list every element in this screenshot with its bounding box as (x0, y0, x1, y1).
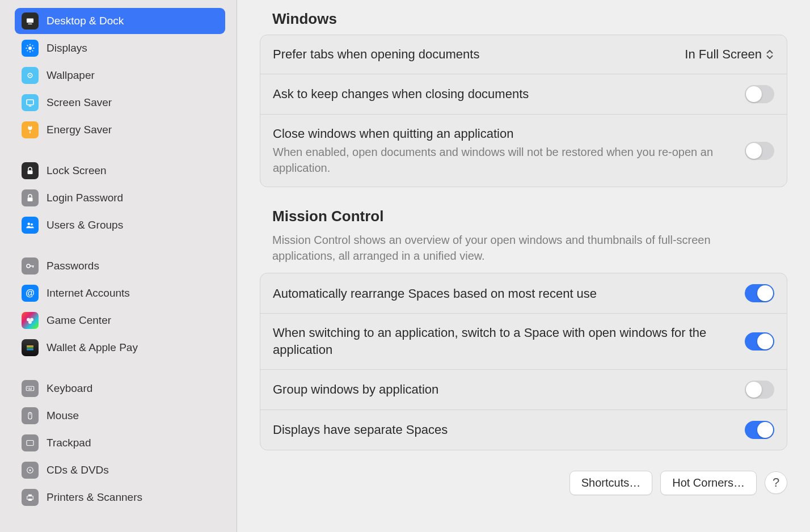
svg-rect-41 (28, 499, 32, 501)
row-switch-to-space: When switching to an application, switch… (260, 314, 787, 369)
svg-line-10 (32, 45, 33, 47)
sidebar-item-printers-scanners[interactable]: Printers & Scanners (15, 484, 225, 510)
trackpad-icon (22, 434, 39, 451)
sidebar-item-label: Lock Screen (47, 164, 107, 177)
svg-rect-36 (27, 441, 33, 446)
mouse-icon (22, 407, 39, 424)
row-label: Automatically rearrange Spaces based on … (273, 285, 733, 302)
sidebar-item-label: Login Password (47, 192, 123, 204)
sidebar-item-screen-saver[interactable]: Screen Saver (15, 90, 225, 116)
sidebar-item-desktop-dock[interactable]: Desktop & Dock (15, 8, 225, 34)
sidebar-item-internet-accounts[interactable]: @ Internet Accounts (15, 280, 225, 306)
sidebar-item-wallpaper[interactable]: Wallpaper (15, 62, 225, 88)
popup-value: In Full Screen (685, 47, 762, 62)
sidebar-item-label: Keyboard (47, 382, 92, 395)
svg-rect-27 (27, 347, 33, 348)
shortcuts-button[interactable]: Shortcuts… (569, 471, 652, 495)
svg-rect-14 (29, 105, 32, 107)
lock-screen-icon (22, 162, 39, 179)
section-desc-mission-control: Mission Control shows an overview of you… (272, 232, 737, 264)
sidebar: Desktop & Dock Displays Wallpaper Screen… (0, 0, 237, 532)
svg-rect-33 (28, 389, 32, 390)
sidebar-item-label: Displays (47, 42, 87, 54)
sidebar-item-passwords[interactable]: Passwords (15, 253, 225, 279)
footer-buttons: Shortcuts… Hot Corners… ? (260, 471, 787, 495)
svg-rect-13 (27, 100, 33, 105)
svg-rect-31 (29, 388, 31, 389)
svg-line-8 (32, 50, 33, 52)
ask-keep-changes-switch[interactable] (745, 85, 774, 103)
help-button[interactable]: ? (765, 471, 787, 494)
row-separate-spaces: Displays have separate Spaces (260, 410, 787, 450)
sidebar-item-label: Wallpaper (47, 69, 95, 82)
close-when-quitting-switch[interactable] (745, 142, 774, 160)
sidebar-item-label: Desktop & Dock (47, 15, 124, 27)
svg-rect-22 (33, 265, 34, 268)
svg-line-7 (27, 45, 28, 47)
login-password-icon (22, 189, 39, 206)
svg-rect-32 (31, 388, 32, 389)
main-content: Windows Prefer tabs when opening documen… (237, 0, 810, 532)
sidebar-item-trackpad[interactable]: Trackpad (15, 430, 225, 456)
svg-point-2 (28, 47, 32, 50)
sidebar-item-lock-screen[interactable]: Lock Screen (15, 158, 225, 184)
sidebar-item-label: Internet Accounts (47, 287, 130, 299)
sidebar-item-label: Game Center (47, 314, 111, 327)
svg-line-9 (27, 50, 28, 52)
settings-group-mission-control: Automatically rearrange Spaces based on … (260, 273, 787, 450)
sidebar-item-game-center[interactable]: Game Center (15, 307, 225, 333)
section-title-windows: Windows (272, 10, 787, 28)
sidebar-item-label: Printers & Scanners (47, 491, 142, 504)
prefer-tabs-popup[interactable]: In Full Screen (685, 47, 774, 62)
passwords-icon (22, 257, 39, 275)
sidebar-item-energy-saver[interactable]: Energy Saver (15, 117, 225, 143)
svg-rect-30 (28, 388, 29, 389)
sidebar-item-login-password[interactable]: Login Password (15, 185, 225, 211)
svg-point-18 (28, 223, 31, 226)
screen-saver-icon (22, 94, 39, 111)
settings-group-windows: Prefer tabs when opening documents In Fu… (260, 35, 787, 187)
switch-to-space-switch[interactable] (745, 332, 774, 351)
svg-rect-40 (28, 495, 32, 496)
sidebar-item-label: Users & Groups (47, 219, 123, 231)
row-close-when-quitting: Close windows when quitting an applicati… (260, 115, 787, 187)
row-prefer-tabs: Prefer tabs when opening documents In Fu… (260, 35, 787, 74)
printer-icon (22, 489, 39, 506)
sidebar-item-label: Mouse (47, 409, 79, 422)
row-label: Displays have separate Spaces (273, 421, 733, 438)
sidebar-item-wallet-apple-pay[interactable]: Wallet & Apple Pay (15, 335, 225, 361)
row-label: Group windows by application (273, 381, 733, 398)
energy-saver-icon (22, 121, 39, 138)
sidebar-item-cds-dvds[interactable]: CDs & DVDs (15, 457, 225, 483)
sidebar-item-mouse[interactable]: Mouse (15, 403, 225, 429)
sidebar-item-displays[interactable]: Displays (15, 35, 225, 61)
separate-spaces-switch[interactable] (745, 421, 774, 439)
svg-rect-26 (27, 345, 33, 347)
sidebar-item-label: Screen Saver (47, 96, 112, 109)
disc-icon (22, 462, 39, 479)
row-label: When switching to an application, switch… (273, 324, 733, 358)
users-groups-icon (22, 217, 39, 234)
hot-corners-button[interactable]: Hot Corners… (660, 471, 757, 495)
rearrange-spaces-switch[interactable] (745, 284, 774, 302)
svg-point-12 (29, 75, 31, 76)
row-group-windows: Group windows by application (260, 370, 787, 410)
svg-point-25 (28, 320, 32, 324)
svg-rect-15 (29, 131, 31, 133)
row-desc: When enabled, open documents and windows… (273, 144, 733, 176)
sidebar-item-label: Trackpad (47, 437, 91, 449)
group-windows-switch[interactable] (745, 381, 774, 399)
desktop-dock-icon (22, 12, 39, 29)
sidebar-item-users-groups[interactable]: Users & Groups (15, 212, 225, 238)
svg-point-38 (29, 470, 31, 471)
chevron-up-down-icon (766, 50, 774, 59)
keyboard-icon (22, 380, 39, 397)
svg-rect-16 (28, 170, 33, 174)
sidebar-item-keyboard[interactable]: Keyboard (15, 375, 225, 402)
row-ask-keep-changes: Ask to keep changes when closing documen… (260, 74, 787, 115)
row-label: Prefer tabs when opening documents (273, 46, 673, 63)
sidebar-item-label: CDs & DVDs (47, 464, 109, 476)
wallpaper-icon (22, 67, 39, 84)
section-title-mission-control: Mission Control (272, 208, 787, 225)
sidebar-item-label: Passwords (47, 260, 99, 272)
